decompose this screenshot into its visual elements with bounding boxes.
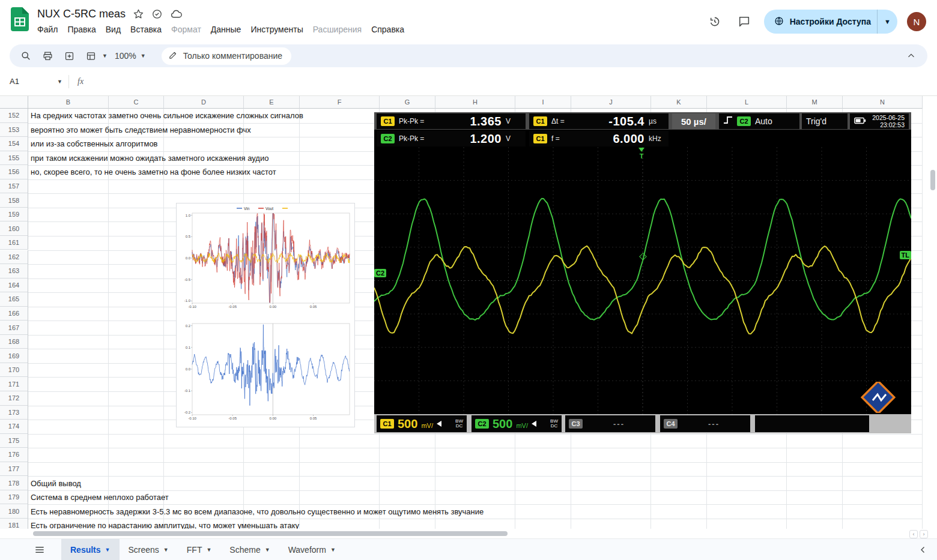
share-button[interactable]: Настройки Доступа	[764, 10, 877, 34]
row-header-180[interactable]: 180	[0, 504, 28, 519]
cell-text-row-155[interactable]: при таком искажении можно ожидать заметн…	[31, 151, 268, 166]
share-dropdown-button[interactable]: ▼	[877, 10, 897, 34]
collapse-panel-icon[interactable]	[918, 544, 929, 555]
row-header-161[interactable]: 161	[0, 236, 28, 250]
version-history-icon[interactable]	[704, 11, 724, 32]
comment-mode-label: Только комментирование	[183, 51, 282, 61]
cell-text-row-181[interactable]: Есть ограничение по нарастанию амплитуды…	[31, 519, 299, 529]
column-header-J[interactable]: J	[571, 96, 651, 109]
row-header-153[interactable]: 153	[0, 123, 28, 137]
tab-dropdown-icon[interactable]: ▼	[105, 547, 111, 553]
column-header-N[interactable]: N	[843, 96, 923, 109]
row-header-175[interactable]: 175	[0, 434, 28, 448]
comments-icon[interactable]	[734, 11, 754, 32]
row-header-163[interactable]: 163	[0, 264, 28, 278]
row-header-158[interactable]: 158	[0, 193, 28, 208]
column-header-C[interactable]: C	[109, 96, 164, 109]
avatar[interactable]: N	[907, 12, 926, 31]
menu-tools[interactable]: Инструменты	[246, 23, 307, 35]
row-header-167[interactable]: 167	[0, 321, 28, 335]
scroll-left-button[interactable]: ‹	[909, 530, 918, 538]
star-icon[interactable]	[133, 8, 144, 20]
sheet-tab-results[interactable]: Results▼	[61, 539, 120, 560]
row-header-169[interactable]: 169	[0, 349, 28, 363]
row-header-160[interactable]: 160	[0, 221, 28, 236]
row-header-157[interactable]: 157	[0, 179, 28, 194]
column-header-K[interactable]: K	[651, 96, 707, 109]
sheet-views-icon[interactable]	[80, 46, 101, 65]
row-header-177[interactable]: 177	[0, 462, 28, 477]
row-header-179[interactable]: 179	[0, 490, 28, 505]
row-header-168[interactable]: 168	[0, 335, 28, 349]
row-header-152[interactable]: 152	[0, 109, 28, 123]
doc-title[interactable]: NUX C-5RC meas	[37, 8, 126, 20]
sheet-views-caret-icon[interactable]: ▼	[102, 53, 108, 59]
column-header-H[interactable]: H	[435, 96, 515, 109]
row-header-170[interactable]: 170	[0, 363, 28, 378]
v-scrollbar-thumb[interactable]	[930, 170, 935, 190]
all-sheets-icon[interactable]	[34, 544, 46, 556]
tab-dropdown-icon[interactable]: ▼	[330, 547, 336, 553]
row-header-165[interactable]: 165	[0, 292, 28, 307]
column-header-G[interactable]: G	[380, 96, 435, 109]
embedded-chart-image[interactable]: 1.00.50.0-0.5-1.0-0.10-0.050.000.05VinVo…	[176, 203, 355, 427]
document-status-cloud-icon[interactable]	[170, 8, 183, 20]
sheet-tab-scheme[interactable]: Scheme▼	[220, 539, 279, 560]
scroll-right-button[interactable]: ›	[920, 530, 928, 538]
comment-mode-chip[interactable]: Только комментирование	[162, 47, 291, 65]
row-header-159[interactable]: 159	[0, 208, 28, 222]
column-header-B[interactable]: B	[28, 96, 109, 109]
cell-text-row-178[interactable]: Общий вывод	[31, 476, 81, 490]
cell-text-row-154[interactable]: или из-за собственных алгоритмов	[31, 137, 158, 151]
search-icon[interactable]	[16, 46, 36, 65]
select-all-corner[interactable]	[0, 96, 28, 109]
column-header-L[interactable]: L	[707, 96, 787, 109]
hide-toolbar-icon[interactable]	[901, 46, 921, 65]
cell-text-row-153[interactable]: вероятно это может быть следствием нерав…	[31, 123, 251, 137]
row-header-154[interactable]: 154	[0, 137, 28, 151]
row-header-173[interactable]: 173	[0, 406, 28, 420]
cell-text-row-152[interactable]: На средних частотах заметно очень сильно…	[31, 109, 303, 123]
menu-file[interactable]: Файл	[33, 23, 62, 35]
zoom-select[interactable]: 100% ▼	[109, 51, 152, 61]
row-header-172[interactable]: 172	[0, 391, 28, 406]
formula-input[interactable]	[92, 67, 937, 95]
menu-edit[interactable]: Правка	[63, 23, 100, 35]
sheet-tab-screens[interactable]: Screens▼	[120, 539, 178, 560]
datetime-readout: 2025-06-2523:02:53	[850, 113, 909, 129]
sheets-logo-icon[interactable]	[11, 7, 29, 34]
cell-text-row-156[interactable]: но, скорее всего, то не очень заметно на…	[31, 165, 276, 179]
cell-text-row-180[interactable]: Есть неравномерность задержки 3-5.3 мс в…	[31, 504, 484, 519]
column-header-M[interactable]: M	[787, 96, 843, 109]
menu-data[interactable]: Данные	[207, 23, 246, 35]
tab-dropdown-icon[interactable]: ▼	[206, 547, 211, 553]
row-header-174[interactable]: 174	[0, 420, 28, 434]
tab-dropdown-icon[interactable]: ▼	[163, 547, 169, 553]
print-icon[interactable]	[37, 46, 58, 65]
name-box[interactable]: A1 ▼	[0, 77, 68, 86]
row-header-156[interactable]: 156	[0, 165, 28, 179]
column-header-I[interactable]: I	[515, 96, 571, 109]
row-header-176[interactable]: 176	[0, 448, 28, 462]
menu-view[interactable]: Вид	[102, 23, 125, 35]
menu-help[interactable]: Справка	[367, 23, 408, 35]
menu-insert[interactable]: Вставка	[126, 23, 166, 35]
row-header-162[interactable]: 162	[0, 250, 28, 265]
sheet-tab-fft[interactable]: FFT▼	[178, 539, 221, 560]
approval-status-icon[interactable]	[151, 8, 163, 20]
add-shortcut-icon[interactable]	[59, 46, 79, 65]
row-header-166[interactable]: 166	[0, 307, 28, 321]
sheet-tab-waveform[interactable]: Waveform▼	[279, 539, 345, 560]
cell-text-row-179[interactable]: Система в среднем неплохо работает	[31, 490, 169, 505]
tab-dropdown-icon[interactable]: ▼	[265, 547, 270, 553]
column-header-F[interactable]: F	[300, 96, 380, 109]
row-header-155[interactable]: 155	[0, 151, 28, 166]
row-header-171[interactable]: 171	[0, 377, 28, 391]
row-header-181[interactable]: 181	[0, 519, 28, 529]
h-scrollbar-thumb[interactable]	[33, 531, 508, 536]
column-header-E[interactable]: E	[244, 96, 300, 109]
oscilloscope-screenshot[interactable]: C1Pk-Pk =1.365VC1Δt =-105.4µs50 µs/C2Aut…	[374, 112, 911, 433]
row-header-164[interactable]: 164	[0, 278, 28, 293]
row-header-178[interactable]: 178	[0, 476, 28, 490]
column-header-D[interactable]: D	[164, 96, 244, 109]
